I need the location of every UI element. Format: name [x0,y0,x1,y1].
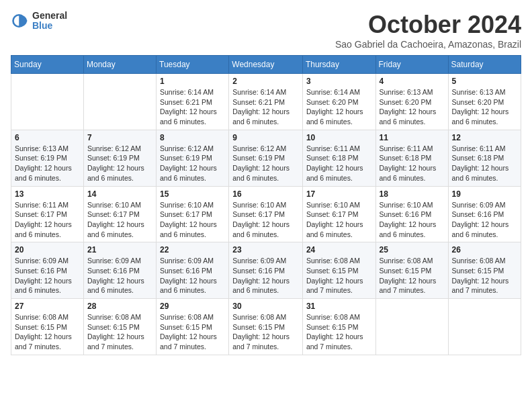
day-number: 26 [452,245,517,255]
calendar-cell: 4 Sunrise: 6:13 AMSunset: 6:20 PMDayligh… [375,74,448,130]
calendar-cell: 18 Sunrise: 6:10 AMSunset: 6:16 PMDaylig… [375,186,448,242]
day-number: 30 [232,302,299,311]
day-detail: Sunrise: 6:14 AMSunset: 6:20 PMDaylight:… [306,87,372,127]
calendar-table: SundayMondayTuesdayWednesdayThursdayFrid… [11,55,521,355]
day-detail: Sunrise: 6:12 AMSunset: 6:19 PMDaylight:… [160,144,225,183]
day-number: 1 [160,77,225,86]
day-number: 12 [452,133,517,142]
calendar-cell: 7 Sunrise: 6:12 AMSunset: 6:19 PMDayligh… [84,130,157,186]
calendar-cell: 13 Sunrise: 6:11 AMSunset: 6:17 PMDaylig… [11,186,84,242]
day-detail: Sunrise: 6:13 AMSunset: 6:20 PMDaylight:… [380,87,445,127]
day-detail: Sunrise: 6:08 AMSunset: 6:15 PMDaylight:… [306,312,372,352]
day-detail: Sunrise: 6:10 AMSunset: 6:17 PMDaylight:… [87,200,152,240]
weekday-header: Thursday [302,56,375,74]
calendar-week-row: 1 Sunrise: 6:14 AMSunset: 6:21 PMDayligh… [11,74,521,130]
calendar-week-row: 27 Sunrise: 6:08 AMSunset: 6:15 PMDaylig… [11,299,521,355]
day-number: 9 [232,133,299,142]
calendar-week-row: 20 Sunrise: 6:09 AMSunset: 6:16 PMDaylig… [11,242,521,299]
day-number: 3 [306,77,372,86]
day-detail: Sunrise: 6:10 AMSunset: 6:17 PMDaylight:… [306,200,372,240]
day-detail: Sunrise: 6:09 AMSunset: 6:16 PMDaylight:… [87,256,152,295]
day-detail: Sunrise: 6:11 AMSunset: 6:18 PMDaylight:… [380,144,445,183]
day-detail: Sunrise: 6:09 AMSunset: 6:16 PMDaylight:… [232,256,299,295]
calendar-cell: 24 Sunrise: 6:08 AMSunset: 6:15 PMDaylig… [302,242,375,299]
calendar-cell: 28 Sunrise: 6:08 AMSunset: 6:15 PMDaylig… [84,299,157,355]
day-number: 18 [380,189,445,199]
calendar-cell: 12 Sunrise: 6:11 AMSunset: 6:18 PMDaylig… [448,130,521,186]
calendar-cell: 27 Sunrise: 6:08 AMSunset: 6:15 PMDaylig… [11,299,84,355]
day-detail: Sunrise: 6:11 AMSunset: 6:18 PMDaylight:… [452,144,517,183]
calendar-cell: 29 Sunrise: 6:08 AMSunset: 6:15 PMDaylig… [157,299,229,355]
day-number: 28 [87,302,152,311]
calendar-cell: 31 Sunrise: 6:08 AMSunset: 6:15 PMDaylig… [302,299,375,355]
day-detail: Sunrise: 6:14 AMSunset: 6:21 PMDaylight:… [232,87,299,127]
day-detail: Sunrise: 6:12 AMSunset: 6:19 PMDaylight:… [87,144,152,183]
calendar-cell [375,299,448,355]
day-detail: Sunrise: 6:12 AMSunset: 6:19 PMDaylight:… [232,144,299,183]
calendar-cell: 1 Sunrise: 6:14 AMSunset: 6:21 PMDayligh… [157,74,229,130]
calendar-cell [448,299,521,355]
logo-general: General [32,11,67,21]
logo: General Blue [11,11,67,32]
calendar-cell: 19 Sunrise: 6:09 AMSunset: 6:16 PMDaylig… [448,186,521,242]
day-detail: Sunrise: 6:08 AMSunset: 6:15 PMDaylight:… [306,256,372,295]
day-detail: Sunrise: 6:08 AMSunset: 6:15 PMDaylight:… [232,312,299,352]
day-number: 16 [232,189,299,199]
day-detail: Sunrise: 6:10 AMSunset: 6:16 PMDaylight:… [380,200,445,240]
day-number: 4 [380,77,445,86]
logo-blue: Blue [32,21,67,31]
calendar-cell: 9 Sunrise: 6:12 AMSunset: 6:19 PMDayligh… [229,130,303,186]
calendar-cell: 30 Sunrise: 6:08 AMSunset: 6:15 PMDaylig… [229,299,303,355]
day-number: 8 [160,133,225,142]
calendar-cell: 21 Sunrise: 6:09 AMSunset: 6:16 PMDaylig… [84,242,157,299]
calendar-cell: 16 Sunrise: 6:10 AMSunset: 6:17 PMDaylig… [229,186,303,242]
calendar-cell: 5 Sunrise: 6:13 AMSunset: 6:20 PMDayligh… [448,74,521,130]
calendar-cell: 11 Sunrise: 6:11 AMSunset: 6:18 PMDaylig… [375,130,448,186]
calendar-cell: 15 Sunrise: 6:10 AMSunset: 6:17 PMDaylig… [157,186,229,242]
day-detail: Sunrise: 6:13 AMSunset: 6:20 PMDaylight:… [452,87,517,127]
title-month: October 2024 [335,11,521,39]
day-detail: Sunrise: 6:10 AMSunset: 6:17 PMDaylight:… [160,200,225,240]
day-number: 19 [452,189,517,199]
day-number: 29 [160,302,225,311]
calendar-cell: 8 Sunrise: 6:12 AMSunset: 6:19 PMDayligh… [157,130,229,186]
day-number: 6 [15,133,80,142]
day-number: 27 [15,302,80,311]
title-block: October 2024 Sao Gabriel da Cachoeira, A… [335,11,521,50]
calendar-cell: 6 Sunrise: 6:13 AMSunset: 6:19 PMDayligh… [11,130,84,186]
page-header: General Blue October 2024 Sao Gabriel da… [11,11,521,50]
day-number: 21 [87,245,152,255]
calendar-cell: 17 Sunrise: 6:10 AMSunset: 6:17 PMDaylig… [302,186,375,242]
weekday-header-row: SundayMondayTuesdayWednesdayThursdayFrid… [11,56,521,74]
day-detail: Sunrise: 6:08 AMSunset: 6:15 PMDaylight:… [380,256,445,295]
calendar-cell: 23 Sunrise: 6:09 AMSunset: 6:16 PMDaylig… [229,242,303,299]
day-number: 20 [15,245,80,255]
calendar-cell [84,74,157,130]
weekday-header: Saturday [448,56,521,74]
weekday-header: Wednesday [229,56,303,74]
day-number: 10 [306,133,372,142]
day-detail: Sunrise: 6:11 AMSunset: 6:18 PMDaylight:… [306,144,372,183]
day-number: 7 [87,133,152,142]
logo-text: General Blue [32,11,67,32]
day-number: 13 [15,189,80,199]
day-detail: Sunrise: 6:09 AMSunset: 6:16 PMDaylight:… [452,200,517,240]
calendar-cell: 2 Sunrise: 6:14 AMSunset: 6:21 PMDayligh… [229,74,303,130]
day-number: 2 [232,77,299,86]
calendar-cell: 10 Sunrise: 6:11 AMSunset: 6:18 PMDaylig… [302,130,375,186]
day-number: 17 [306,189,372,199]
calendar-cell: 25 Sunrise: 6:08 AMSunset: 6:15 PMDaylig… [375,242,448,299]
weekday-header: Tuesday [157,56,229,74]
day-number: 25 [380,245,445,255]
calendar-week-row: 13 Sunrise: 6:11 AMSunset: 6:17 PMDaylig… [11,186,521,242]
day-number: 5 [452,77,517,86]
day-number: 24 [306,245,372,255]
weekday-header: Monday [84,56,157,74]
calendar-week-row: 6 Sunrise: 6:13 AMSunset: 6:19 PMDayligh… [11,130,521,186]
day-detail: Sunrise: 6:09 AMSunset: 6:16 PMDaylight:… [160,256,225,295]
day-number: 22 [160,245,225,255]
day-detail: Sunrise: 6:09 AMSunset: 6:16 PMDaylight:… [15,256,80,295]
day-detail: Sunrise: 6:10 AMSunset: 6:17 PMDaylight:… [232,200,299,240]
day-number: 11 [380,133,445,142]
calendar-cell: 20 Sunrise: 6:09 AMSunset: 6:16 PMDaylig… [11,242,84,299]
